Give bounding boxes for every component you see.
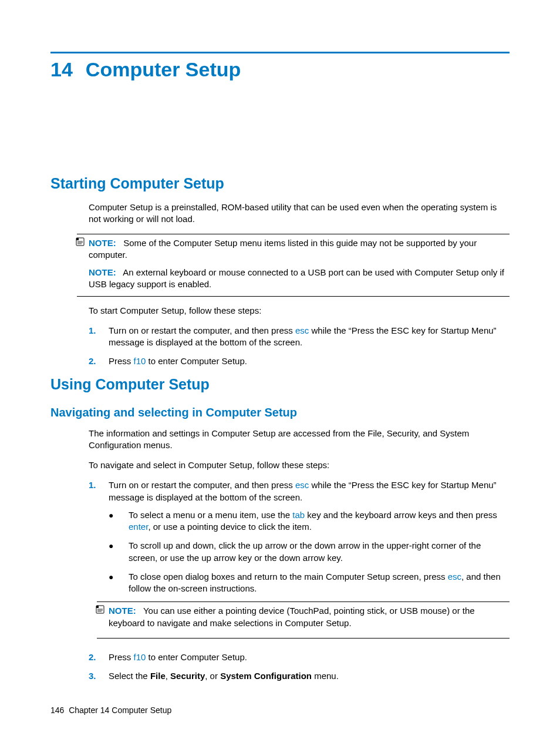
note-paragraph: NOTE: An external keyboard or mouse conn… xyxy=(89,267,510,291)
list-item: 2. Press f10 to enter Computer Setup. xyxy=(89,651,510,663)
note-label: NOTE: xyxy=(89,267,116,277)
note-icon xyxy=(96,605,105,614)
note-block: NOTE: Some of the Computer Setup menu it… xyxy=(77,234,510,297)
chapter-title-text: Computer Setup xyxy=(86,58,241,80)
chapter-number: 14 xyxy=(50,58,73,80)
paragraph: The information and settings in Computer… xyxy=(89,428,510,452)
key-esc: esc xyxy=(295,325,309,335)
list-item-body: Press f10 to enter Computer Setup. xyxy=(109,355,510,367)
bullet-marker: ● xyxy=(109,540,129,564)
footer-label: Chapter 14 Computer Setup xyxy=(69,705,171,715)
list-item-body: Turn on or restart the computer, and the… xyxy=(109,479,510,644)
page-footer: 146 Chapter 14 Computer Setup xyxy=(50,705,510,715)
note-text: Some of the Computer Setup menu items li… xyxy=(89,238,477,260)
section-heading-using: Using Computer Setup xyxy=(50,376,510,393)
list-item-body: Select the File, Security, or System Con… xyxy=(109,670,510,682)
note-paragraph: NOTE: You can use either a pointing devi… xyxy=(109,605,510,629)
bullet-marker: ● xyxy=(109,509,129,533)
ordered-list: 1. Turn on or restart the computer, and … xyxy=(50,479,510,682)
key-f10: f10 xyxy=(134,356,146,366)
bullet-list: ● To select a menu or a menu item, use t… xyxy=(109,509,510,595)
bullet-item: ● To select a menu or a menu item, use t… xyxy=(109,509,510,533)
bullet-item: ● To close open dialog boxes and return … xyxy=(109,571,510,595)
note-icon xyxy=(76,237,85,247)
bullet-item: ● To scroll up and down, click the up ar… xyxy=(109,540,510,564)
section-heading-starting: Starting Computer Setup xyxy=(50,175,510,192)
note-label: NOTE: xyxy=(109,606,136,616)
bullet-text: To scroll up and down, click the up arro… xyxy=(129,540,510,564)
key-esc: esc xyxy=(295,480,309,490)
page-number: 146 xyxy=(50,705,64,715)
key-f10: f10 xyxy=(134,652,146,662)
subsection-heading-navigating: Navigating and selecting in Computer Set… xyxy=(50,406,510,419)
list-item: 1. Turn on or restart the computer, and … xyxy=(89,479,510,644)
list-marker: 2. xyxy=(89,355,109,367)
note-text: An external keyboard or mouse connected … xyxy=(89,267,504,289)
list-item: 3. Select the File, Security, or System … xyxy=(89,670,510,682)
list-item: 2. Press f10 to enter Computer Setup. xyxy=(89,355,510,367)
menu-system-configuration: System Configuration xyxy=(220,671,312,681)
lead-paragraph: To navigate and select in Computer Setup… xyxy=(89,459,510,471)
list-item-body: Press f10 to enter Computer Setup. xyxy=(109,651,510,663)
menu-file: File xyxy=(150,671,166,681)
key-esc: esc xyxy=(448,572,461,582)
lead-paragraph: To start Computer Setup, follow these st… xyxy=(89,305,510,317)
list-item: 1. Turn on or restart the computer, and … xyxy=(89,325,510,349)
note-paragraph: NOTE: Some of the Computer Setup menu it… xyxy=(89,237,510,261)
list-marker: 1. xyxy=(89,325,109,349)
list-marker: 2. xyxy=(89,651,109,663)
ordered-list: 1. Turn on or restart the computer, and … xyxy=(50,325,510,368)
key-tab: tab xyxy=(292,510,305,520)
list-marker: 3. xyxy=(89,670,109,682)
chapter-title: 14Computer Setup xyxy=(50,58,510,81)
list-item-body: Turn on or restart the computer, and the… xyxy=(109,325,510,349)
note-label: NOTE: xyxy=(89,238,116,248)
note-text: You can use either a pointing device (To… xyxy=(109,606,475,627)
menu-security: Security xyxy=(170,671,205,681)
note-block: NOTE: You can use either a pointing devi… xyxy=(97,601,510,639)
bullet-marker: ● xyxy=(109,571,129,595)
key-enter: enter xyxy=(129,522,148,532)
intro-paragraph: Computer Setup is a preinstalled, ROM-ba… xyxy=(89,201,510,226)
